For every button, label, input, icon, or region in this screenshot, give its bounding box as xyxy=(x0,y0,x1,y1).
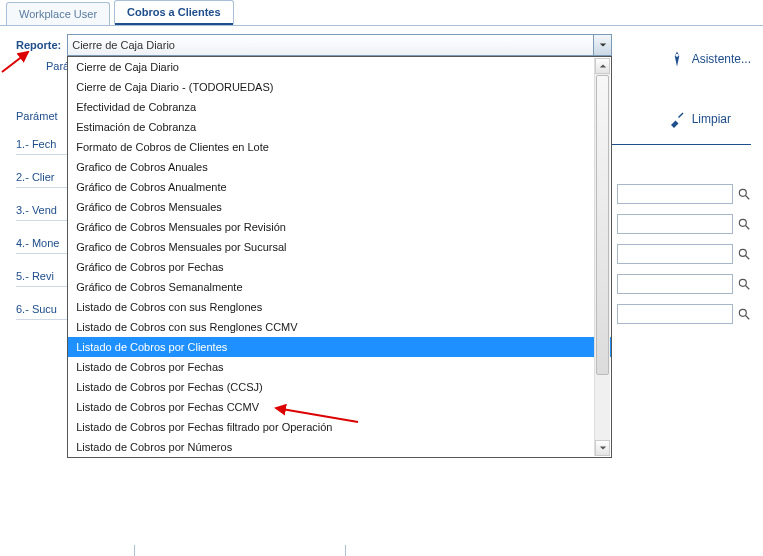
broom-icon xyxy=(668,110,686,128)
dropdown-item[interactable]: Listado de Cobros con sus Renglones xyxy=(68,297,611,317)
limpiar-label: Limpiar xyxy=(692,112,731,126)
svg-point-5 xyxy=(739,309,746,316)
search-field-row xyxy=(617,244,751,264)
scroll-down-icon[interactable] xyxy=(595,440,610,456)
dropdown-arrow-icon[interactable] xyxy=(593,35,611,55)
dropdown-item[interactable]: Gráfico de Cobros Semanalmente xyxy=(68,277,611,297)
search-fields xyxy=(617,184,751,324)
dropdown-item[interactable]: Grafico de Cobros Anuales xyxy=(68,157,611,177)
dropdown-item[interactable]: Gráfico de Cobros Mensuales por Revisión xyxy=(68,217,611,237)
svg-point-2 xyxy=(739,219,746,226)
wizard-icon xyxy=(668,50,686,68)
search-field-row xyxy=(617,274,751,294)
asistente-link[interactable]: Asistente... xyxy=(668,50,751,68)
tab-workplace[interactable]: Workplace User xyxy=(6,2,110,25)
dropdown-item[interactable]: Gráfico de Cobros por Fechas xyxy=(68,257,611,277)
dropdown-item[interactable]: Estimación de Cobranza xyxy=(68,117,611,137)
svg-point-1 xyxy=(739,189,746,196)
dropdown-item[interactable]: Gráfico de Cobros Anualmente xyxy=(68,177,611,197)
dropdown-item[interactable]: Gráfico de Cobros Mensuales xyxy=(68,197,611,217)
tab-bar: Workplace User Cobros a Clientes xyxy=(0,0,763,26)
search-input[interactable] xyxy=(617,244,733,264)
dropdown-item[interactable]: Listado de Cobros por Fechas (CCSJ) xyxy=(68,377,611,397)
svg-point-0 xyxy=(675,54,678,57)
svg-point-3 xyxy=(739,249,746,256)
tab-cobros[interactable]: Cobros a Clientes xyxy=(114,0,234,25)
dropdown-item[interactable]: Listado de Cobros por Números xyxy=(68,437,611,457)
divider xyxy=(134,545,135,556)
scroll-thumb[interactable] xyxy=(596,75,609,375)
report-select-value: Cierre de Caja Diario xyxy=(72,39,175,51)
search-icon[interactable] xyxy=(737,187,751,201)
divider xyxy=(345,545,346,556)
scrollbar[interactable] xyxy=(594,58,610,456)
report-row: Reporte: Cierre de Caja Diario Cierre de… xyxy=(0,26,763,58)
dropdown-item[interactable]: Cierre de Caja Diario xyxy=(68,57,611,77)
search-input[interactable] xyxy=(617,304,733,324)
search-field-row xyxy=(617,184,751,204)
annotation-arrow-1 xyxy=(0,46,36,74)
limpiar-underline xyxy=(601,144,751,145)
report-select[interactable]: Cierre de Caja Diario xyxy=(67,34,612,56)
search-icon[interactable] xyxy=(737,217,751,231)
svg-point-4 xyxy=(739,279,746,286)
dropdown-item[interactable]: Formato de Cobros de Clientes en Lote xyxy=(68,137,611,157)
dropdown-item[interactable]: Efectividad de Cobranza xyxy=(68,97,611,117)
dropdown-item[interactable]: Listado de Cobros por Clientes xyxy=(68,337,611,357)
search-input[interactable] xyxy=(617,184,733,204)
annotation-arrow-2 xyxy=(270,398,360,428)
dropdown-item[interactable]: Listado de Cobros por Fechas xyxy=(68,357,611,377)
search-input[interactable] xyxy=(617,274,733,294)
scroll-up-icon[interactable] xyxy=(595,58,610,74)
search-icon[interactable] xyxy=(737,247,751,261)
params-title: Parámet xyxy=(16,110,58,122)
side-actions: Asistente... Limpiar xyxy=(668,50,751,128)
dropdown-item[interactable]: Grafico de Cobros Mensuales por Sucursal xyxy=(68,237,611,257)
search-input[interactable] xyxy=(617,214,733,234)
search-field-row xyxy=(617,214,751,234)
search-icon[interactable] xyxy=(737,307,751,321)
asistente-label: Asistente... xyxy=(692,52,751,66)
dropdown-item[interactable]: Cierre de Caja Diario - (TODORUEDAS) xyxy=(68,77,611,97)
limpiar-link[interactable]: Limpiar xyxy=(668,110,731,128)
search-field-row xyxy=(617,304,751,324)
report-select-wrap: Cierre de Caja Diario Cierre de Caja Dia… xyxy=(67,34,612,56)
search-icon[interactable] xyxy=(737,277,751,291)
dropdown-item[interactable]: Listado de Cobros con sus Renglones CCMV xyxy=(68,317,611,337)
